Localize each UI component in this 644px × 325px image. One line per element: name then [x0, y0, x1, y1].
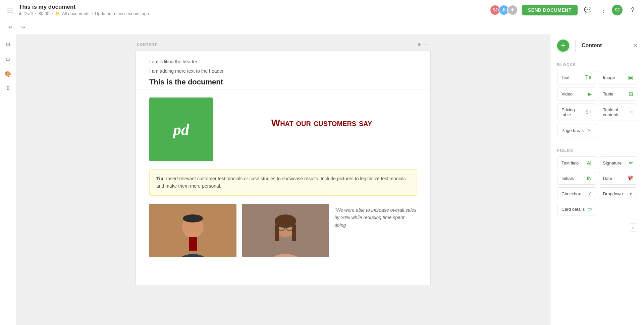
dropdown-field-item[interactable]: Dropdown ▼ [599, 187, 638, 200]
image-block-label: Image [603, 75, 615, 80]
svg-point-3 [183, 214, 203, 222]
testimonial-quote: "We were able to increase overall sales … [334, 204, 417, 257]
panel-title: Content [582, 43, 602, 49]
pricing-table-block-item[interactable]: Pricing table $≡ [557, 104, 596, 121]
document-area: CONTENT ··· I am editing the header I am… [16, 34, 550, 325]
help-icon[interactable]: ? [627, 4, 639, 16]
pricing-table-label: Pricing table [561, 107, 585, 117]
checkbox-label: Checkbox [561, 191, 581, 196]
doc-header-section: I am editing the header I am adding more… [136, 51, 430, 89]
layout-icon[interactable]: ⊡ [2, 53, 14, 65]
testimonial-row: "We were able to increase overall sales … [149, 204, 417, 257]
testimonial-image-1 [149, 204, 236, 257]
blocks-grid: Text T≡ Image ▣ Video ▶ Table ⊞ [557, 71, 637, 137]
text-block-label: Text [561, 75, 570, 80]
logo-box: pd [149, 97, 213, 161]
text-block-item[interactable]: Text T≡ [557, 71, 596, 84]
text-field-item[interactable]: Text field A| [557, 156, 596, 169]
svg-rect-10 [292, 224, 296, 241]
toc-label: Table of contents [603, 107, 630, 117]
toc-block-item[interactable]: Table of contents ≡ [599, 104, 638, 121]
dropdown-icon: ▼ [628, 191, 633, 196]
folder-icon: 📁 [55, 11, 60, 16]
card-details-field-item[interactable]: Card details ▭ [557, 203, 596, 215]
doc-price: $0.00 [39, 11, 50, 16]
fields-label: FIELDS [557, 148, 637, 152]
blocks-section: BLOCKS Text T≡ Image ▣ Video ▶ [550, 57, 644, 143]
sub-toolbar: ↩ ↪ [0, 20, 644, 34]
date-label: Date [603, 176, 612, 181]
signature-field-item[interactable]: Signature ✏ [599, 156, 638, 169]
grid-icon[interactable]: ⠿ [2, 82, 14, 94]
page-break-label: Page break [561, 128, 584, 133]
logo-text: pd [173, 120, 189, 139]
topbar-left: This is my document Draft • $0.00 • 📁 Al… [5, 4, 149, 16]
checkbox-icon: ☑ [587, 191, 592, 196]
close-panel-button[interactable]: × [634, 42, 637, 49]
content-section-label: CONTENT [137, 43, 157, 47]
divider [575, 40, 576, 52]
doc-paper: I am editing the header I am adding more… [136, 51, 431, 285]
doc-location: All documents [62, 11, 90, 16]
video-block-item[interactable]: Video ▶ [557, 87, 596, 101]
doc-status: Draft [23, 11, 33, 16]
tip-text: Insert relevant customer testimonials or… [156, 176, 406, 189]
page-break-block-item[interactable]: Page break ✂ [557, 124, 596, 137]
redo-button[interactable]: ↪ [18, 22, 28, 32]
left-sidebar: ⊟ ⊡ 🎨 ⠿ [0, 34, 16, 325]
tip-box: Tip: Insert relevant customer testimonia… [149, 169, 417, 196]
hamburger-menu[interactable] [5, 6, 15, 14]
chat-icon[interactable]: 💬 [582, 4, 594, 16]
text-block-icon: T≡ [585, 75, 591, 81]
content-more-menu[interactable]: ··· [423, 41, 429, 48]
user-avatar[interactable]: SJ [612, 5, 623, 15]
initials-field-item[interactable]: Initials IN [557, 172, 596, 185]
pricing-table-icon: $≡ [585, 109, 591, 115]
collapse-panel-button[interactable]: » [629, 223, 637, 232]
content-label-bar: CONTENT ··· [136, 41, 431, 48]
fields-section: FIELDS Text field A| Signature ✏ Initial… [550, 143, 644, 221]
content-indicator [418, 43, 421, 46]
doc-updated: Updated a few seconds ago [95, 11, 149, 16]
add-content-button[interactable]: + [557, 40, 569, 52]
more-options-icon[interactable]: ⋮ [598, 4, 610, 16]
doc-meta: Draft • $0.00 • 📁 All documents • Update… [19, 11, 149, 16]
customers-heading: What our customers say [226, 97, 417, 128]
table-block-item[interactable]: Table ⊞ [599, 87, 638, 101]
topbar-right: SJ JI + SEND DOCUMENT 💬 ⋮ SJ ? [490, 4, 639, 16]
image-block-item[interactable]: Image ▣ [599, 71, 638, 84]
status-dot [19, 12, 21, 15]
doc-two-col: pd What our customers say [149, 97, 417, 161]
initials-icon: IN [587, 176, 592, 181]
text-field-label: Text field [561, 160, 579, 166]
toc-icon: ≡ [630, 109, 633, 115]
svg-rect-4 [189, 237, 197, 251]
right-panel-header: + Content × [550, 34, 644, 57]
doc-title: This is my document [19, 4, 149, 10]
undo-button[interactable]: ↩ [5, 22, 15, 32]
avatar-add[interactable]: + [507, 5, 518, 15]
main-area: ⊟ ⊡ 🎨 ⠿ CONTENT ··· I am editing the hea… [0, 34, 644, 325]
date-field-item[interactable]: Date 📅 [599, 172, 638, 185]
initials-label: Initials [561, 176, 574, 181]
right-panel: + Content × BLOCKS Text T≡ Image ▣ [550, 34, 644, 325]
testimonial-image-2 [242, 204, 329, 257]
adjust-icon[interactable]: ⊟ [2, 38, 14, 50]
page-break-icon: ✂ [587, 127, 592, 134]
tip-label: Tip: [156, 176, 165, 181]
card-details-label: Card details [561, 207, 585, 212]
topbar: This is my document Draft • $0.00 • 📁 Al… [0, 0, 644, 20]
date-icon: 📅 [627, 176, 633, 181]
svg-rect-9 [275, 224, 279, 241]
doc-info: This is my document Draft • $0.00 • 📁 Al… [19, 4, 149, 16]
checkbox-field-item[interactable]: Checkbox ☑ [557, 187, 596, 200]
image-block-icon: ▣ [628, 74, 633, 81]
card-details-icon: ▭ [587, 206, 592, 212]
header-line2: I am adding more text to the header [149, 68, 417, 74]
send-document-button[interactable]: SEND DOCUMENT [522, 5, 578, 15]
table-block-label: Table [603, 91, 613, 96]
doc-body-title: This is the document [149, 78, 417, 86]
palette-icon[interactable]: 🎨 [2, 68, 14, 80]
header-line1: I am editing the header [149, 59, 417, 64]
signature-label: Signature [603, 160, 622, 166]
